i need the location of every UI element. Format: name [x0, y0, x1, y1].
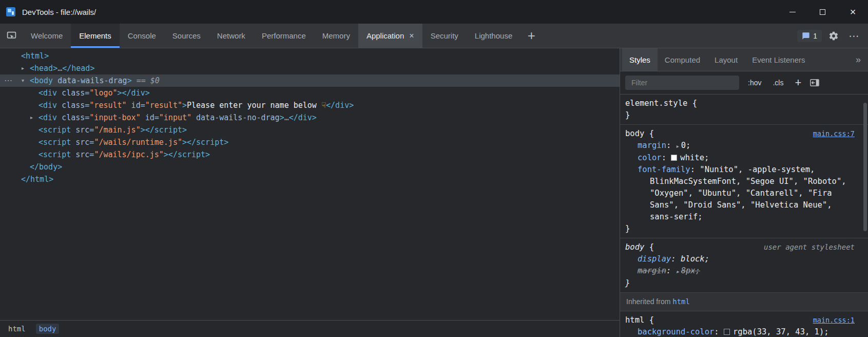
close-icon: × — [850, 7, 856, 17]
tree-node-0[interactable]: <html> — [0, 50, 620, 62]
maximize-button[interactable] — [807, 0, 838, 24]
tree-node-5[interactable]: ▸<div class="input-box" id="input" data-… — [0, 111, 620, 124]
node-markup: </body> — [30, 161, 62, 173]
tab-sources[interactable]: Sources — [164, 24, 209, 48]
rule-selector[interactable]: html — [625, 315, 644, 325]
collapse-arrow-icon[interactable]: ▾ — [21, 74, 30, 87]
tree-node-8[interactable]: <script src="/wails/ipc.js"></script> — [0, 148, 620, 161]
tab-network[interactable]: Network — [209, 24, 254, 48]
devtools-toolbar: WelcomeElementsConsoleSourcesNetworkPerf… — [0, 24, 868, 48]
styles-scrollbar[interactable] — [863, 72, 867, 337]
expand-shorthand-icon[interactable]: ▸ — [677, 143, 679, 149]
node-menu-dots-icon[interactable]: ⋯ — [4, 74, 12, 87]
expand-arrow-icon[interactable]: ▸ — [21, 62, 30, 74]
tree-node-7[interactable]: <script src="/wails/runtime.js"></script… — [0, 136, 620, 148]
css-declaration[interactable]: margin: ▸0; — [625, 140, 855, 152]
breadcrumb-item-html[interactable]: html — [5, 324, 29, 334]
inherited-element-link[interactable]: html — [672, 297, 690, 306]
tab-close-icon[interactable]: × — [409, 32, 414, 40]
stylesheet-link[interactable]: main.css:7 — [813, 128, 855, 140]
styles-tab-strip: StylesComputedLayoutEvent Listeners — [622, 48, 813, 71]
property-value[interactable]: 8px; — [681, 266, 700, 275]
new-style-rule-button[interactable]: + — [792, 77, 804, 88]
node-markup: <body data-wails-drag> == $0 — [30, 74, 160, 87]
tab-application[interactable]: Application× — [358, 24, 422, 48]
css-declaration[interactable]: color: white; — [625, 152, 855, 164]
inherited-from-label: Inherited from — [626, 297, 672, 306]
property-name[interactable]: margin — [638, 141, 666, 150]
issues-counter[interactable]: 1 — [797, 30, 822, 42]
tab-performance[interactable]: Performance — [254, 24, 314, 48]
minimize-icon — [789, 12, 796, 12]
inherited-from-header: Inherited from html — [620, 293, 868, 311]
expand-arrow-icon[interactable]: ▸ — [30, 111, 38, 124]
sidebar-tab-computed[interactable]: Computed — [658, 48, 707, 71]
issues-count: 1 — [813, 32, 817, 40]
property-value[interactable]: block; — [681, 254, 709, 264]
property-name[interactable]: color — [638, 153, 662, 162]
tree-node-4[interactable]: <div class="result" id="result">Please e… — [0, 99, 620, 111]
styles-sections: element.style {}body {main.css:7margin: … — [620, 95, 868, 337]
property-name[interactable]: margin — [638, 266, 666, 275]
rule-selector[interactable]: body — [625, 242, 644, 252]
color-swatch[interactable] — [671, 155, 677, 161]
style-rule-html-4: html {main.css:1background-color: rgba(3… — [620, 311, 868, 337]
node-markup: <head>…</head> — [30, 62, 94, 74]
tree-node-2[interactable]: ⋯▾<body data-wails-drag> == $0 — [0, 74, 620, 87]
sidebar-tab-event-listeners[interactable]: Event Listeners — [745, 48, 812, 71]
toolbar-right: 1 ⋯ — [797, 24, 868, 48]
stylesheet-link[interactable]: main.css:1 — [813, 314, 855, 326]
tab-label: Elements — [79, 31, 111, 40]
tree-node-6[interactable]: <script src="/main.js"></script> — [0, 124, 620, 136]
window-controls: × — [777, 0, 868, 24]
settings-gear-icon[interactable] — [825, 27, 842, 45]
tab-label: Console — [128, 31, 156, 40]
styles-tabs-row: StylesComputedLayoutEvent Listeners » — [620, 48, 868, 71]
tab-security[interactable]: Security — [422, 24, 467, 48]
inspect-icon[interactable] — [0, 24, 23, 48]
tree-node-9[interactable]: </body> — [0, 161, 620, 173]
rule-selector[interactable]: body — [625, 129, 644, 138]
toggle-pseudo-classes-button[interactable]: :hov — [745, 78, 764, 88]
tab-memory[interactable]: Memory — [314, 24, 358, 48]
tab-label: Memory — [322, 31, 350, 40]
property-name[interactable]: display — [638, 254, 671, 264]
styles-filter-input[interactable] — [625, 76, 739, 90]
property-value[interactable]: white; — [680, 153, 709, 162]
node-markup: <div class="logo"></div> — [38, 87, 150, 99]
more-tabs-button[interactable]: + — [520, 24, 542, 48]
node-markup: <script src="/main.js"></script> — [38, 124, 187, 136]
tab-welcome[interactable]: Welcome — [23, 24, 71, 48]
rule-selector[interactable]: element.style — [625, 99, 687, 108]
property-value[interactable]: 0; — [681, 141, 691, 150]
scrollbar-thumb[interactable] — [863, 103, 867, 231]
breadcrumb-item-body[interactable]: body — [36, 324, 60, 334]
tree-node-1[interactable]: ▸<head>…</head> — [0, 62, 620, 74]
property-name[interactable]: background-color — [638, 327, 714, 336]
more-options-icon[interactable]: ⋯ — [845, 27, 863, 45]
expand-shorthand-icon[interactable]: ▸ — [677, 269, 679, 274]
property-value[interactable]: rgba(33, 37, 43, 1); — [733, 327, 829, 336]
tab-elements[interactable]: Elements — [71, 24, 120, 48]
tree-node-3[interactable]: <div class="logo"></div> — [0, 87, 620, 99]
element-classes-button[interactable]: .cls — [770, 78, 786, 88]
sidebar-tab-layout[interactable]: Layout — [707, 48, 745, 71]
tab-label: Performance — [262, 31, 306, 40]
color-swatch[interactable] — [724, 329, 730, 335]
minimize-button[interactable] — [777, 0, 807, 24]
tree-node-10[interactable]: </html> — [0, 173, 620, 185]
tab-lighthouse[interactable]: Lighthouse — [467, 24, 520, 48]
css-declaration[interactable]: font-family: "Nunito", -apple-system, Bl… — [625, 164, 855, 223]
close-button[interactable]: × — [838, 0, 868, 24]
css-declaration[interactable]: margin: ▸8px; — [625, 265, 855, 277]
property-name[interactable]: font-family — [638, 165, 690, 174]
sidebar-tab-styles[interactable]: Styles — [622, 48, 658, 71]
toggle-sidebar-icon[interactable] — [810, 79, 819, 87]
node-markup: <script src="/wails/runtime.js"></script… — [38, 136, 228, 148]
css-declaration[interactable]: display: block; — [625, 253, 855, 265]
style-rule-body-2: body {user agent stylesheetdisplay: bloc… — [620, 238, 868, 293]
devtools-tab-strip: WelcomeElementsConsoleSourcesNetworkPerf… — [23, 24, 520, 48]
tab-console[interactable]: Console — [120, 24, 164, 48]
more-sidebar-tabs-icon[interactable]: » — [848, 54, 868, 65]
css-declaration[interactable]: background-color: rgba(33, 37, 43, 1); — [625, 326, 855, 337]
